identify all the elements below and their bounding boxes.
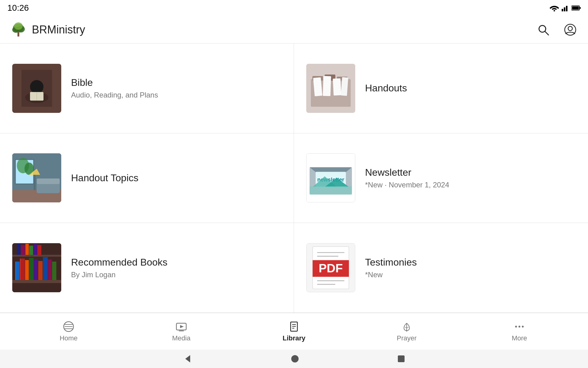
books-text: Recommended Books By Jim Logan: [71, 257, 168, 279]
books-subtitle: By Jim Logan: [71, 270, 168, 279]
home-button[interactable]: [291, 355, 299, 363]
search-button[interactable]: [535, 22, 551, 38]
testimonies-thumbnail: PDF: [306, 243, 355, 292]
svg-rect-57: [48, 259, 52, 280]
svg-rect-52: [25, 260, 29, 280]
svg-rect-26: [313, 77, 322, 96]
bible-thumbnail: [12, 64, 61, 113]
home-circle-icon: [291, 355, 299, 363]
bible-image-icon: [21, 70, 52, 107]
newsletter-image-icon: newsletter: [307, 153, 355, 202]
svg-point-18: [30, 80, 43, 94]
nav-prayer[interactable]: Prayer: [388, 321, 425, 342]
nav-home[interactable]: Home: [50, 321, 87, 342]
svg-rect-2: [564, 7, 565, 11]
testimonies-subtitle: *New: [365, 270, 417, 279]
home-icon: [63, 321, 74, 332]
svg-marker-81: [180, 325, 184, 328]
signal-icon: [562, 5, 569, 11]
battery-icon: [571, 5, 581, 11]
library-icon: [288, 321, 300, 332]
newsletter-cell[interactable]: newsletter Newsletter *New · November 1,…: [294, 133, 588, 223]
recommended-books-cell[interactable]: Recommended Books By Jim Logan: [0, 223, 294, 313]
svg-rect-37: [37, 178, 60, 184]
svg-point-10: [14, 22, 23, 30]
handouts-thumbnail: [306, 64, 355, 113]
testimonies-title: Testimonies: [365, 257, 417, 268]
back-icon: [183, 354, 193, 364]
handout-topics-cell[interactable]: Handout Topics: [0, 133, 294, 223]
topics-image-icon: [12, 153, 61, 202]
topics-text: Handout Topics: [71, 172, 138, 184]
newsletter-subtitle: *New · November 1, 2024: [365, 181, 449, 189]
svg-rect-63: [21, 245, 25, 255]
profile-icon: [564, 24, 576, 36]
svg-rect-28: [333, 78, 341, 95]
handouts-text: Handouts: [365, 82, 407, 94]
svg-rect-54: [34, 259, 38, 280]
nav-prayer-label: Prayer: [397, 334, 417, 342]
system-nav-bar: [0, 350, 588, 368]
app-logo-icon: [10, 21, 27, 38]
handouts-title: Handouts: [365, 82, 407, 94]
topics-title: Handout Topics: [71, 172, 138, 184]
books-thumbnail: [12, 243, 61, 292]
app-bar-right: [535, 22, 578, 38]
bible-subtitle: Audio, Reading, and Plans: [71, 91, 158, 99]
wifi-icon: [549, 5, 559, 11]
testimonies-text: Testimonies *New: [365, 257, 417, 279]
svg-rect-3: [566, 6, 567, 11]
svg-rect-64: [25, 244, 29, 255]
svg-point-0: [554, 10, 555, 12]
svg-point-14: [565, 24, 576, 35]
svg-rect-93: [398, 355, 405, 362]
svg-rect-27: [323, 76, 331, 96]
app-bar: BRMinistry: [0, 16, 588, 44]
svg-point-90: [522, 326, 524, 328]
newsletter-thumbnail: newsletter: [306, 153, 355, 202]
svg-rect-50: [15, 262, 20, 280]
prayer-icon: [401, 321, 413, 332]
bible-cell[interactable]: Bible Audio, Reading, and Plans: [0, 44, 294, 133]
bottom-nav: Home Media Library Prayer: [0, 313, 588, 350]
svg-point-92: [291, 355, 299, 362]
content-grid: Bible Audio, Reading, and Plans Hand: [0, 44, 588, 313]
svg-rect-6: [572, 6, 579, 10]
newsletter-text: Newsletter *New · November 1, 2024: [365, 167, 449, 189]
app-title: BRMinistry: [32, 23, 85, 36]
newsletter-title: Newsletter: [365, 167, 449, 178]
status-time: 10:26: [7, 3, 29, 13]
svg-rect-49: [12, 280, 61, 283]
status-icons: [549, 5, 581, 11]
topics-thumbnail: [12, 153, 61, 202]
svg-point-88: [515, 326, 517, 328]
testimonies-image-icon: PDF: [307, 243, 355, 292]
books-title: Recommended Books: [71, 257, 168, 268]
svg-rect-47: [310, 186, 352, 195]
svg-rect-58: [52, 262, 56, 280]
handouts-image-icon: [306, 64, 355, 113]
nav-library[interactable]: Library: [276, 321, 312, 342]
svg-rect-11: [17, 32, 19, 36]
recents-button[interactable]: [397, 355, 405, 363]
svg-rect-53: [29, 258, 34, 280]
svg-text:PDF: PDF: [319, 261, 343, 275]
more-icon: [514, 321, 525, 332]
profile-button[interactable]: [562, 22, 578, 38]
nav-more[interactable]: More: [501, 321, 538, 342]
svg-rect-65: [29, 246, 33, 255]
nav-more-label: More: [512, 334, 527, 342]
svg-rect-5: [579, 7, 581, 9]
svg-rect-66: [33, 244, 37, 255]
svg-rect-55: [38, 261, 43, 280]
bible-text: Bible Audio, Reading, and Plans: [71, 77, 158, 99]
svg-marker-91: [185, 355, 190, 362]
nav-media-label: Media: [172, 334, 190, 342]
back-button[interactable]: [183, 354, 193, 364]
status-bar: 10:26: [0, 0, 588, 16]
nav-media[interactable]: Media: [163, 321, 200, 342]
svg-rect-29: [341, 77, 348, 96]
testimonies-cell[interactable]: PDF Testimonies *New: [294, 223, 588, 313]
svg-rect-38: [34, 175, 36, 190]
handouts-cell[interactable]: Handouts: [294, 44, 588, 133]
